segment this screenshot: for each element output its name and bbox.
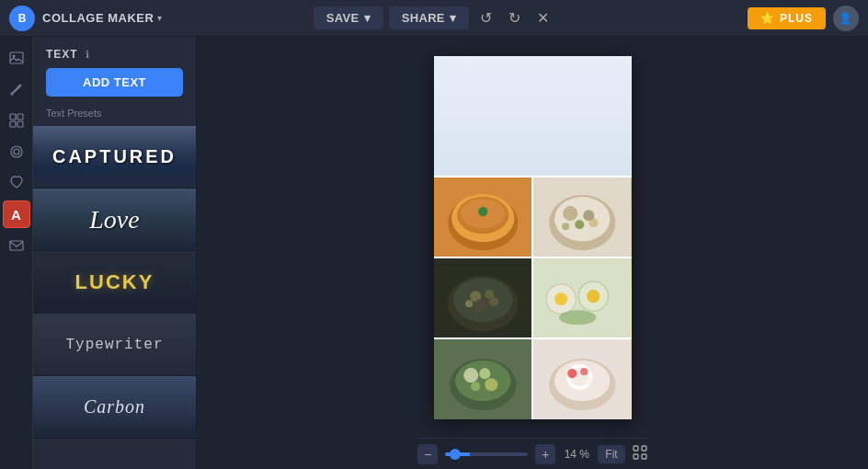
svg-point-51 <box>580 368 588 375</box>
zoom-slider[interactable] <box>445 452 528 456</box>
svg-point-42 <box>479 368 490 379</box>
svg-point-43 <box>471 382 480 391</box>
text-panel-header: TEXT ℹ <box>33 37 196 68</box>
topbar-right: ⭐ PLUS 👤 <box>748 6 859 31</box>
canvas-cell-dark-bowl[interactable] <box>434 258 532 337</box>
svg-rect-55 <box>634 454 638 459</box>
svg-rect-56 <box>642 454 646 459</box>
svg-point-40 <box>455 360 510 401</box>
preset-captured[interactable]: CAPTURED <box>33 126 196 189</box>
svg-point-36 <box>587 290 600 303</box>
star-icon: ⭐ <box>760 12 775 25</box>
zoom-plus-button[interactable]: + <box>535 444 555 464</box>
bottom-bar: − + 14 % Fit <box>417 438 646 469</box>
icon-sidebar: A <box>0 37 33 469</box>
svg-point-18 <box>554 197 610 241</box>
info-icon[interactable]: ℹ <box>86 49 89 61</box>
svg-point-29 <box>474 299 486 312</box>
topbar: B COLLAGE MAKER ▾ SAVE ▾ SHARE ▾ ↺ ↻ ✕ ⭐… <box>0 0 868 37</box>
sidebar-item-grid[interactable] <box>3 107 30 134</box>
preset-love[interactable]: Love <box>33 189 196 251</box>
svg-rect-6 <box>17 121 23 127</box>
main-area: A TEXT ℹ ADD TEXT Text Presets CAPTURED <box>0 37 868 469</box>
svg-rect-5 <box>10 121 16 127</box>
svg-rect-53 <box>634 446 638 451</box>
preset-captured-text: CAPTURED <box>52 146 177 167</box>
sidebar-item-shape[interactable] <box>3 138 30 166</box>
text-a-icon: A <box>11 207 21 223</box>
preset-lucky-text: LUCKY <box>75 270 154 294</box>
canvas-cell-soup[interactable] <box>434 177 532 257</box>
svg-point-50 <box>567 369 577 378</box>
zoom-percent: 14 % <box>563 448 590 461</box>
svg-rect-4 <box>17 114 23 120</box>
collage-canvas <box>434 56 632 419</box>
svg-point-23 <box>588 218 598 227</box>
svg-point-8 <box>14 149 19 154</box>
presets-list: CAPTURED Love LUCKY Typewriter Carbon <box>33 126 196 469</box>
share-button[interactable]: SHARE ▾ <box>389 6 469 29</box>
svg-point-21 <box>575 220 584 229</box>
close-button[interactable]: ✕ <box>531 6 554 30</box>
svg-rect-3 <box>10 114 16 120</box>
canvas-top-cell <box>434 56 632 176</box>
zoom-minus-button[interactable]: − <box>417 444 438 464</box>
expand-button[interactable] <box>633 445 647 463</box>
svg-point-44 <box>485 378 497 391</box>
svg-rect-0 <box>10 52 23 63</box>
svg-point-37 <box>559 310 596 325</box>
svg-point-30 <box>465 300 473 307</box>
canvas-area: − + 14 % Fit <box>197 37 868 469</box>
canvas-cell-eggs[interactable] <box>533 258 632 337</box>
sidebar-item-brush[interactable] <box>3 75 30 103</box>
svg-point-15 <box>478 207 487 216</box>
zoom-slider-container <box>445 452 528 456</box>
text-presets-label: Text Presets <box>33 108 196 126</box>
expand-icon <box>633 445 647 460</box>
app-logo: B <box>9 6 35 31</box>
sidebar-item-image[interactable] <box>3 44 30 72</box>
canvas-cell-salad1[interactable] <box>533 177 632 257</box>
preset-love-text: Love <box>89 205 139 234</box>
svg-point-1 <box>12 55 15 58</box>
svg-point-31 <box>489 297 498 306</box>
svg-point-19 <box>563 206 577 221</box>
svg-point-7 <box>11 146 22 157</box>
text-panel: TEXT ℹ ADD TEXT Text Presets CAPTURED Lo… <box>33 37 197 469</box>
preset-carbon-text: Carbon <box>84 396 145 418</box>
text-panel-title: TEXT <box>46 48 78 61</box>
avatar-icon: 👤 <box>839 12 852 25</box>
sidebar-item-text[interactable]: A <box>3 200 30 228</box>
preset-typewriter[interactable]: Typewriter <box>33 314 196 376</box>
preset-carbon[interactable]: Carbon <box>33 376 196 439</box>
svg-point-41 <box>463 368 478 383</box>
svg-point-22 <box>562 223 569 230</box>
plus-button[interactable]: ⭐ PLUS <box>748 7 826 29</box>
redo-button[interactable]: ↻ <box>503 6 526 30</box>
canvas-container <box>197 37 868 438</box>
add-text-button[interactable]: ADD TEXT <box>46 68 183 97</box>
svg-rect-9 <box>10 241 23 250</box>
sidebar-item-envelope[interactable] <box>3 232 30 259</box>
preset-lucky[interactable]: LUCKY <box>33 251 196 314</box>
topbar-center-controls: SAVE ▾ SHARE ▾ ↺ ↻ ✕ <box>314 6 554 30</box>
save-button[interactable]: SAVE ▾ <box>314 6 383 29</box>
app-name: COLLAGE MAKER <box>42 11 154 25</box>
canvas-cell-white-bowl[interactable] <box>533 339 632 418</box>
svg-point-52 <box>585 377 592 384</box>
undo-button[interactable]: ↺ <box>474 6 497 30</box>
fit-button[interactable]: Fit <box>598 445 624 463</box>
svg-point-2 <box>10 92 14 96</box>
sidebar-item-heart[interactable] <box>3 169 30 197</box>
canvas-cell-salad2[interactable] <box>434 339 532 418</box>
svg-rect-54 <box>642 446 646 451</box>
avatar[interactable]: 👤 <box>833 6 859 31</box>
preset-typewriter-text: Typewriter <box>65 337 163 353</box>
svg-point-34 <box>554 292 567 305</box>
app-name-dropdown-icon[interactable]: ▾ <box>157 13 162 23</box>
